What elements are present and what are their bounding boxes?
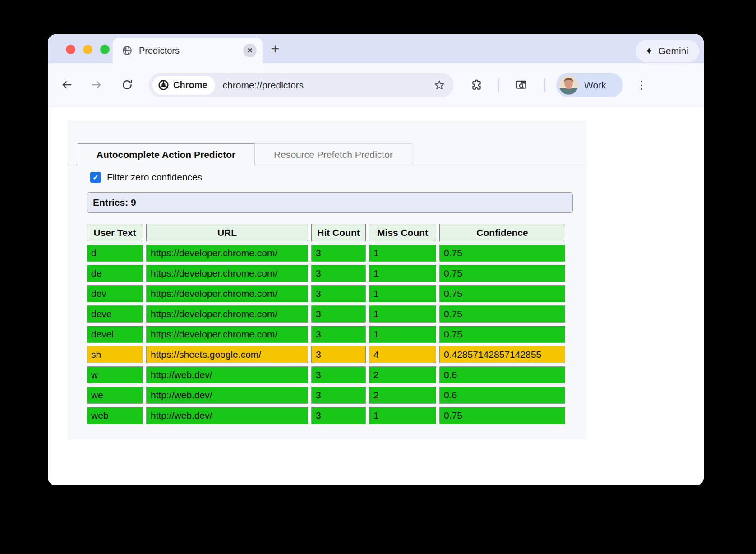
cell-user_text: web — [87, 407, 143, 424]
site-badge-label: Chrome — [173, 80, 207, 90]
chrome-logo-icon — [158, 79, 169, 91]
cell-hit_count: 3 — [311, 285, 366, 302]
table-row: devehttps://developer.chrome.com/310.75 — [87, 305, 565, 323]
cell-miss_count: 4 — [369, 346, 436, 363]
back-arrow-icon — [60, 78, 73, 91]
cell-user_text: deve — [87, 305, 143, 323]
url-text: chrome://predictors — [223, 80, 304, 91]
predictor-table: User TextURLHit CountMiss CountConfidenc… — [83, 221, 568, 427]
browser-window: Predictors ✕ + ✦ Gemini — [48, 34, 704, 485]
entries-count: Entries: 9 — [87, 192, 573, 213]
table-row: dehttps://developer.chrome.com/310.75 — [87, 265, 565, 282]
column-header: Hit Count — [311, 224, 366, 241]
cell-user_text: dev — [87, 285, 143, 302]
cell-url: https://developer.chrome.com/ — [146, 265, 308, 282]
address-bar[interactable]: Chrome chrome://predictors — [149, 73, 454, 97]
cell-confidence: 0.6 — [439, 366, 565, 383]
tab-title: Predictors — [139, 46, 180, 56]
bookmark-star-icon[interactable] — [430, 76, 448, 94]
minimize-window-button[interactable] — [83, 45, 92, 54]
column-header: Miss Count — [369, 224, 436, 241]
cell-miss_count: 1 — [369, 326, 436, 343]
cell-user_text: sh — [87, 346, 143, 363]
browser-menu-button[interactable]: ⋮ — [632, 76, 650, 94]
cell-hit_count: 3 — [311, 245, 366, 262]
filter-row: ✓ Filter zero confidences — [90, 172, 586, 183]
forward-button[interactable] — [88, 76, 106, 94]
cell-confidence: 0.42857142857142855 — [439, 346, 565, 363]
table-header-row: User TextURLHit CountMiss CountConfidenc… — [87, 224, 565, 241]
cell-url: https://developer.chrome.com/ — [146, 245, 308, 262]
toolbar: Chrome chrome://predictors — [48, 63, 704, 107]
profile-avatar — [559, 75, 578, 95]
toolbar-divider — [498, 78, 499, 92]
cell-miss_count: 1 — [369, 265, 436, 282]
cell-hit_count: 3 — [311, 265, 366, 282]
profile-label: Work — [584, 80, 606, 91]
profile-button[interactable]: Work — [556, 73, 623, 97]
cell-user_text: devel — [87, 326, 143, 343]
cell-url: http://web.dev/ — [146, 366, 308, 383]
predictor-tabs: Autocomplete Action Predictor Resource P… — [68, 143, 586, 165]
cell-user_text: w — [87, 366, 143, 383]
cell-url: http://web.dev/ — [146, 407, 308, 424]
cell-confidence: 0.75 — [439, 265, 565, 282]
cell-miss_count: 2 — [369, 366, 436, 383]
gemini-label: Gemini — [658, 46, 688, 56]
cell-confidence: 0.75 — [439, 285, 565, 302]
cell-hit_count: 3 — [311, 326, 366, 343]
filter-zero-confidences-label[interactable]: Filter zero confidences — [107, 172, 202, 183]
cell-confidence: 0.75 — [439, 326, 565, 343]
cell-hit_count: 3 — [311, 346, 366, 363]
table-row: wehttp://web.dev/320.6 — [87, 387, 565, 404]
tab-autocomplete-action-predictor[interactable]: Autocomplete Action Predictor — [78, 143, 254, 165]
puzzle-icon — [470, 79, 483, 91]
zoom-window-button[interactable] — [100, 45, 110, 54]
column-header: URL — [146, 224, 308, 241]
cell-user_text: de — [87, 265, 143, 282]
predictors-page: Autocomplete Action Predictor Resource P… — [68, 121, 586, 439]
table-row: devhttps://developer.chrome.com/310.75 — [87, 285, 565, 302]
cell-miss_count: 1 — [369, 407, 436, 424]
filter-zero-confidences-checkbox[interactable]: ✓ — [90, 172, 101, 183]
new-tab-button[interactable]: + — [265, 39, 285, 59]
reload-icon — [121, 78, 134, 91]
gemini-button[interactable]: ✦ Gemini — [636, 40, 699, 62]
column-header: Confidence — [439, 224, 565, 241]
tab-search-button[interactable] — [512, 76, 530, 94]
cell-miss_count: 2 — [369, 387, 436, 404]
extensions-button[interactable] — [467, 76, 485, 94]
cell-user_text: we — [87, 387, 143, 404]
close-window-button[interactable] — [66, 45, 75, 54]
cell-hit_count: 3 — [311, 366, 366, 383]
tab-strip: Predictors ✕ + ✦ Gemini — [48, 34, 704, 63]
predictor-table-body: dhttps://developer.chrome.com/310.75deht… — [87, 245, 565, 424]
cell-hit_count: 3 — [311, 387, 366, 404]
cell-miss_count: 1 — [369, 285, 436, 302]
gemini-spark-icon: ✦ — [645, 46, 653, 56]
tab-resource-prefetch-predictor[interactable]: Resource Prefetch Predictor — [254, 143, 412, 165]
close-tab-icon[interactable]: ✕ — [243, 44, 257, 57]
table-row: webhttp://web.dev/310.75 — [87, 407, 565, 424]
cell-url: https://sheets.google.com/ — [146, 346, 308, 363]
table-row: whttp://web.dev/320.6 — [87, 366, 565, 383]
reload-button[interactable] — [118, 76, 136, 94]
back-button[interactable] — [58, 76, 76, 94]
site-info-chip[interactable]: Chrome — [152, 76, 215, 95]
tab-search-icon — [515, 78, 528, 91]
column-header: User Text — [87, 224, 143, 241]
cell-confidence: 0.75 — [439, 245, 565, 262]
cell-miss_count: 1 — [369, 305, 436, 323]
forward-arrow-icon — [90, 78, 103, 91]
browser-tab-predictors[interactable]: Predictors ✕ — [113, 38, 263, 63]
toolbar-divider — [544, 78, 545, 92]
globe-icon — [122, 45, 133, 56]
page-viewport: Autocomplete Action Predictor Resource P… — [48, 107, 704, 485]
cell-url: https://developer.chrome.com/ — [146, 285, 308, 302]
cell-hit_count: 3 — [311, 407, 366, 424]
cell-url: https://developer.chrome.com/ — [146, 326, 308, 343]
cell-confidence: 0.75 — [439, 407, 565, 424]
cell-url: https://developer.chrome.com/ — [146, 305, 308, 323]
cell-url: http://web.dev/ — [146, 387, 308, 404]
cell-confidence: 0.75 — [439, 305, 565, 323]
